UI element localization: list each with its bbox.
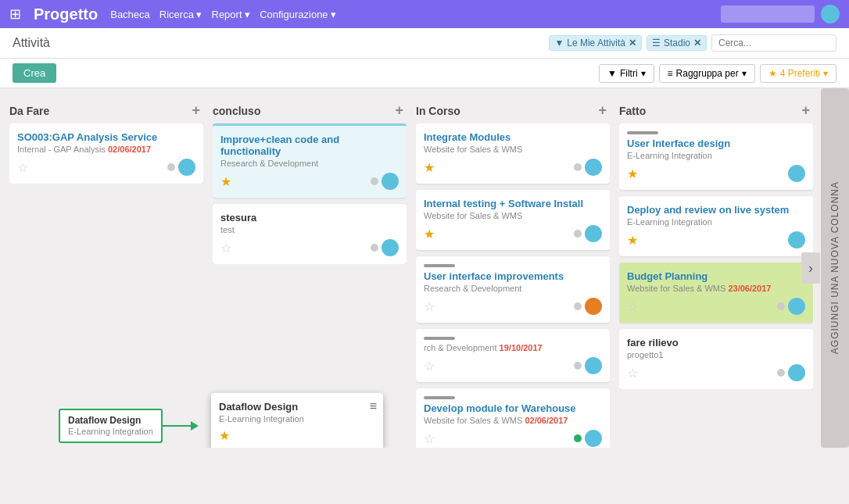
scroll-right-button[interactable]: › (801, 252, 820, 284)
card-improve[interactable]: Improve+clean code and functionality Res… (213, 123, 407, 198)
card-title-improve[interactable]: Improve+clean code and functionality (220, 134, 399, 157)
card-footer-integrate: ★ (424, 159, 602, 176)
card-dot-internal-testing (574, 230, 582, 238)
nav-ricerca[interactable]: Ricerca ▾ (159, 9, 202, 20)
top-search-input[interactable] (721, 5, 815, 23)
cards-in-corso: Integrate Modules Website for Sales & WM… (416, 123, 610, 448)
card-tag-stesura: test (220, 225, 399, 234)
card-star-improve[interactable]: ★ (220, 174, 231, 189)
cards-concluso: Improve+clean code and functionality Res… (213, 123, 407, 264)
card-star-budget[interactable]: ☆ (627, 299, 638, 314)
card-develop-warehouse[interactable]: Develop module for Warehouse Website for… (416, 388, 610, 448)
card-star-so003[interactable]: ☆ (17, 160, 28, 175)
remove-filter-2[interactable]: ✕ (693, 38, 701, 48)
card-dot-fare-rilievo (777, 369, 785, 377)
column-header-concluso: concluso + (213, 98, 407, 123)
card-title-deploy[interactable]: Deploy and review on live system (627, 204, 805, 216)
card-tag-ui-improvements: Research & Development (424, 284, 602, 293)
card-title-budget[interactable]: Budget Planning (627, 270, 805, 282)
card-title-integrate[interactable]: Integrate Modules (424, 131, 602, 143)
card-star-ui-improvements[interactable]: ☆ (424, 299, 435, 314)
arrow-line (163, 425, 191, 427)
add-card-in-corso[interactable]: + (598, 102, 607, 119)
card-deploy[interactable]: Deploy and review on live system E-Learn… (619, 196, 813, 256)
drag-card-title[interactable]: Dataflow Design (219, 401, 375, 413)
filter-stadio[interactable]: ☰ Stadio ✕ (647, 35, 707, 51)
nav-menu: Bacheca Ricerca ▾ Report ▾ Configurazion… (110, 9, 336, 20)
card-title-ui-design[interactable]: User Interface design (627, 138, 805, 149)
card-dot-stesura (371, 244, 378, 252)
card-star-fare-rilievo[interactable]: ☆ (627, 366, 638, 381)
card-title-stesura[interactable]: stesura (220, 212, 399, 223)
card-footer-so003: ☆ (17, 159, 195, 176)
chevron-down-icon: ▾ (641, 68, 646, 79)
drag-card-footer: ★ (219, 428, 375, 443)
card-tag-internal-testing: Website for Sales & WMS (424, 211, 602, 220)
filtri-button[interactable]: ▼ Filtri ▾ (599, 64, 654, 83)
search-input[interactable] (711, 34, 836, 52)
card-star-stesura[interactable]: ☆ (220, 241, 231, 256)
nav-report[interactable]: Report ▾ (212, 9, 251, 20)
grid-icon[interactable]: ⊞ (9, 5, 21, 23)
card-so003[interactable]: SO003:GAP Analysis Service Internal - GA… (9, 123, 203, 184)
drag-card-star[interactable]: ★ (219, 428, 230, 443)
top-right (721, 5, 840, 23)
action-bar: Crea ▼ Filtri ▾ ≡ Raggruppa per ▾ ★ 4 Pr… (0, 59, 849, 88)
add-card-concluso[interactable]: + (395, 102, 403, 119)
card-dot-develop-warehouse (574, 434, 582, 442)
card-subtitle-so003: Internal - GAP Analysis 02/06/2017 (17, 145, 195, 154)
add-card-fatto[interactable]: + (801, 102, 810, 119)
card-star-deploy[interactable]: ★ (627, 233, 638, 248)
card-dot-improve (371, 177, 378, 185)
card-date-develop-warehouse: 02/06/2017 (525, 416, 568, 425)
card-star-integrate[interactable]: ★ (424, 160, 435, 175)
card-title-so003[interactable]: SO003:GAP Analysis Service (17, 131, 195, 143)
card-title-fare-rilievo[interactable]: fare rilievo (627, 337, 805, 349)
card-tag-deploy: E-Learning Integration (627, 217, 805, 227)
app-title: Progetto (34, 5, 98, 23)
arrow-box-label: Dataflow Design E-Learning Integration (59, 409, 163, 443)
card-date-budget: 23/06/2017 (728, 284, 771, 293)
remove-filter-1[interactable]: ✕ (629, 38, 636, 48)
create-button[interactable]: Crea (13, 63, 56, 83)
card-title-ui-improvements[interactable]: User interface improvements (424, 270, 602, 282)
filter-label: Le Mie Attività (567, 38, 625, 48)
card-avatar-rch (585, 357, 602, 374)
card-title-develop-warehouse[interactable]: Develop module for Warehouse (424, 402, 602, 414)
card-fare-rilievo[interactable]: fare rilievo progetto1 ☆ (619, 329, 813, 389)
card-avatar-improve (382, 173, 399, 190)
card-avatar-develop-warehouse (585, 430, 602, 447)
card-internal-testing[interactable]: Internal testing + Software Install Webs… (416, 190, 610, 250)
card-title-internal-testing[interactable]: Internal testing + Software Install (424, 198, 602, 209)
nav-configurazione[interactable]: Configurazione ▾ (260, 9, 336, 20)
card-stesura[interactable]: stesura test ☆ (213, 204, 407, 264)
card-star-ui-design[interactable]: ★ (627, 166, 638, 181)
add-column-panel[interactable]: AGGIUNGI UNA NUOVA COLONNA (821, 88, 849, 448)
drag-card-dataflow[interactable]: ≡ Dataflow Design E-Learning Integration… (211, 393, 383, 448)
card-star-develop-warehouse[interactable]: ☆ (424, 431, 435, 446)
card-footer-stesura: ☆ (220, 239, 399, 256)
drag-card-subtitle: E-Learning Integration (219, 414, 375, 424)
user-avatar[interactable] (821, 5, 840, 23)
action-buttons: ▼ Filtri ▾ ≡ Raggruppa per ▾ ★ 4 Preferi… (599, 64, 836, 83)
nav-bacheca[interactable]: Bacheca (110, 9, 150, 20)
filter-le-mie-attivita[interactable]: ▼ Le Mie Attività ✕ (549, 35, 642, 51)
preferiti-button[interactable]: ★ 4 Preferiti ▾ (760, 64, 836, 83)
raggruppa-button[interactable]: ≡ Raggruppa per ▾ (659, 64, 755, 83)
add-card-da-fare[interactable]: + (192, 102, 200, 119)
card-rch[interactable]: rch & Development 19/10/2017 ☆ (416, 329, 610, 382)
column-header-da-fare: Da Fare + (9, 98, 203, 123)
card-ui-design[interactable]: User Interface design E-Learning Integra… (619, 123, 813, 190)
card-tag-improve: Research & Development (220, 159, 399, 168)
column-da-fare: Da Fare + SO003:GAP Analysis Service Int… (9, 98, 203, 448)
card-ui-improvements[interactable]: User interface improvements Research & D… (416, 256, 610, 323)
card-menu-icon[interactable]: ≡ (370, 399, 377, 413)
card-star-internal-testing[interactable]: ★ (424, 227, 435, 241)
card-avatar-integrate (585, 159, 602, 176)
card-budget-planning[interactable]: Budget Planning Website for Sales & WMS … (619, 263, 813, 323)
card-star-rch[interactable]: ☆ (424, 359, 435, 374)
card-integrate[interactable]: Integrate Modules Website for Sales & WM… (416, 123, 610, 184)
card-bar-develop (424, 396, 455, 399)
card-tag-ui-design: E-Learning Integration (627, 151, 805, 160)
subheader: Attività ▼ Le Mie Attività ✕ ☰ Stadio ✕ (0, 28, 849, 59)
